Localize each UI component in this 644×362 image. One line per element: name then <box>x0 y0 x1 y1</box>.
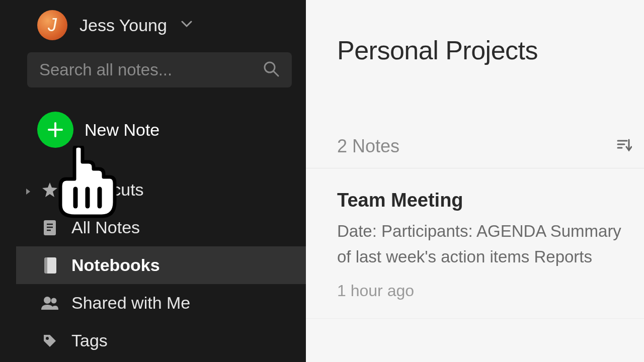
notes-count: 2 Notes <box>337 136 399 157</box>
sidebar-item-tags[interactable]: Tags <box>16 322 306 350</box>
sidebar-item-shared[interactable]: Shared with Me <box>16 284 306 322</box>
sort-icon[interactable] <box>615 137 632 156</box>
note-preview: Date: Participants: AGENDA Summary of la… <box>337 218 634 269</box>
svg-point-14 <box>51 298 57 303</box>
svg-line-1 <box>274 71 278 76</box>
new-note-button[interactable]: New Note <box>37 112 306 148</box>
svg-point-13 <box>44 297 51 304</box>
new-note-label: New Note <box>85 120 159 140</box>
svg-point-15 <box>46 337 49 340</box>
chevron-down-icon <box>181 21 192 30</box>
user-name: Jess Young <box>79 16 167 35</box>
notes-count-row: 2 Notes <box>306 136 644 168</box>
notebook-title: Personal Projects <box>337 35 644 65</box>
user-account-menu[interactable]: J Jess Young <box>16 0 306 52</box>
note-timestamp: 1 hour ago <box>337 282 634 300</box>
notebook-header: Personal Projects <box>306 0 644 65</box>
nav-label-notebooks: Notebooks <box>71 255 160 275</box>
sidebar-nav: Shortcuts All Notes Notebooks Shared wit… <box>16 171 306 350</box>
search-input[interactable] <box>39 60 263 79</box>
nav-label-shortcuts: Shortcuts <box>71 180 144 200</box>
note-title: Team Meeting <box>337 190 634 211</box>
plus-icon <box>37 112 73 148</box>
avatar: J <box>37 10 67 40</box>
note-list-item[interactable]: Team Meeting Date: Participants: AGENDA … <box>306 168 644 319</box>
nav-label-tags: Tags <box>71 331 108 350</box>
people-icon <box>40 296 59 311</box>
svg-rect-12 <box>44 257 47 274</box>
search-icon <box>263 60 280 79</box>
sidebar-item-all-notes[interactable]: All Notes <box>16 209 306 246</box>
main-pane: Personal Projects 2 Notes Team Meeting D… <box>306 0 644 362</box>
note-icon <box>40 219 59 236</box>
sidebar-item-shortcuts[interactable]: Shortcuts <box>16 171 306 209</box>
sidebar-item-notebooks[interactable]: Notebooks <box>16 246 306 284</box>
nav-label-all-notes: All Notes <box>71 218 140 237</box>
avatar-initial: J <box>48 15 57 36</box>
disclosure-right-icon <box>25 180 31 200</box>
notebook-icon <box>40 256 59 275</box>
tag-icon <box>40 333 59 349</box>
star-icon <box>40 182 59 199</box>
nav-label-shared: Shared with Me <box>71 293 190 313</box>
search-box[interactable] <box>27 52 292 87</box>
sidebar: J Jess Young New Note <box>0 0 306 362</box>
